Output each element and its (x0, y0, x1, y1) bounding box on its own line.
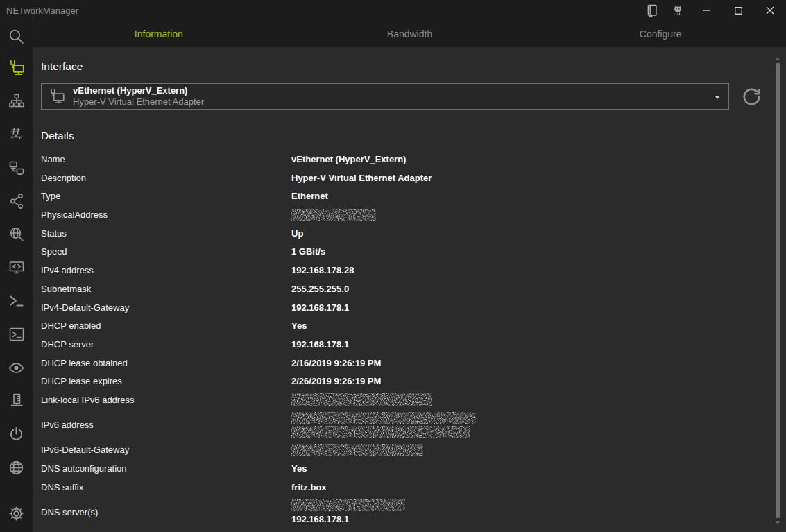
detail-value-text: 2/26/2019 9:26:19 PM (291, 375, 381, 388)
close-icon (766, 6, 774, 15)
selected-interface-name: vEthernet (HyperV_Extern) (73, 85, 204, 96)
sidebar-item-remote-desktop[interactable] (0, 251, 33, 284)
wake-on-lan-icon (8, 426, 25, 443)
sidebar-item-traceroute[interactable] (0, 185, 33, 218)
detail-value-text: 192.168.178.1 (291, 338, 349, 351)
detail-row: Name vEthernet (HyperV_Extern) (41, 153, 786, 166)
detail-row: IPv6-Default-Gateway (41, 443, 786, 456)
detail-value: 2/26/2019 9:26:19 PM (291, 375, 381, 388)
sidebar-item-dns-lookup[interactable] (0, 218, 33, 251)
detail-label: Link-local IPv6 address (41, 395, 291, 405)
detail-row: DHCP server 192.168.178.1 (41, 338, 786, 351)
snmp-icon (8, 393, 25, 409)
sidebar-nav (0, 51, 33, 495)
detail-label: Description (41, 173, 291, 183)
detail-value (291, 412, 476, 438)
redacted-value (291, 209, 376, 221)
detail-value: fritz.box (291, 481, 327, 494)
github-icon (671, 3, 685, 17)
minimize-icon (703, 10, 710, 11)
detail-row: IPv6 address (41, 412, 786, 438)
scroll-up-icon[interactable] (775, 57, 780, 60)
detail-label: Name (41, 154, 291, 164)
detail-row: Subnetmask 255.255.255.0 (41, 282, 786, 295)
detail-label: DHCP enabled (41, 320, 291, 331)
detail-label: IPv6 address (41, 420, 291, 430)
detail-label: Speed (41, 246, 291, 257)
detail-value-text: 1 GBit/s (291, 245, 325, 258)
detail-value (291, 209, 376, 221)
detail-value-text: Up (291, 227, 303, 240)
refresh-icon (742, 87, 761, 106)
interface-selector[interactable]: vEthernet (HyperV_Extern) Hyper-V Virtua… (41, 83, 729, 110)
sidebar-item-powershell[interactable] (0, 284, 33, 318)
app-window: NETworkManager (0, 0, 786, 532)
detail-value-text: vEthernet (HyperV_Extern) (291, 153, 406, 166)
detail-label: IPv6-Default-Gateway (41, 445, 291, 455)
sidebar-item-ping[interactable] (0, 151, 33, 185)
detail-value-text: fritz.box (291, 481, 327, 494)
sidebar-item-network-interface[interactable] (0, 51, 33, 85)
redacted-value (291, 426, 470, 438)
github-button[interactable] (665, 0, 690, 21)
sidebar-item-ip-scanner[interactable] (0, 85, 33, 118)
detail-value-text: Yes (291, 319, 307, 332)
detail-value: Up (291, 227, 303, 240)
scroll-down-icon[interactable] (775, 521, 780, 524)
sidebar-item-wake-on-lan[interactable] (0, 418, 33, 451)
maximize-button[interactable] (722, 0, 754, 21)
detail-label: DHCP lease obtained (41, 358, 291, 368)
redacted-value (291, 412, 476, 424)
detail-label: DNS server(s) (41, 507, 291, 517)
dns-lookup-icon (8, 226, 25, 243)
titlebar[interactable]: NETworkManager (0, 0, 786, 21)
detail-row: DHCP lease obtained 2/16/2019 9:26:19 PM (41, 357, 786, 370)
tab-information[interactable]: Information (33, 21, 284, 47)
sidebar-item-whois[interactable] (0, 451, 33, 484)
interface-heading: Interface (41, 60, 786, 74)
detail-label: Status (41, 228, 291, 239)
refresh-button[interactable] (741, 86, 762, 107)
search-button[interactable] (0, 21, 33, 51)
detail-row: DHCP enabled Yes (41, 319, 786, 332)
detail-label: DNS suffix (41, 482, 291, 492)
close-button[interactable] (754, 0, 786, 21)
sidebar-item-partial[interactable] (0, 484, 33, 495)
detail-value-text: 192.168.178.28 (291, 264, 354, 277)
vertical-scrollbar[interactable] (775, 50, 780, 527)
detail-label: PhysicalAddress (41, 209, 291, 220)
detail-value-text: Yes (291, 462, 307, 475)
detail-row: PhysicalAddress (41, 208, 786, 221)
detail-label: Type (41, 191, 291, 201)
detail-label: IPv4 address (41, 265, 291, 275)
tabbar: Information Bandwidth Configure (33, 21, 786, 47)
powershell-icon (8, 293, 25, 309)
detail-value-text: 255.255.255.0 (291, 282, 349, 295)
redacted-value (291, 393, 432, 406)
scrollbar-thumb[interactable] (776, 63, 780, 518)
sidebar-item-port-scanner[interactable] (0, 118, 33, 151)
sidebar-item-putty[interactable] (0, 318, 33, 351)
detail-row: IPv4 address 192.168.178.28 (41, 264, 786, 277)
detail-row: Type Ethernet (41, 189, 786, 203)
tab-configure[interactable]: Configure (535, 21, 786, 47)
detail-row: Status Up (41, 227, 786, 240)
documentation-button[interactable] (639, 0, 665, 21)
detail-row: Description Hyper-V Virtual Ethernet Ada… (41, 171, 786, 185)
detail-value: 192.168.178.28 (291, 264, 354, 277)
ip-scanner-icon (8, 93, 25, 110)
detail-value: Hyper-V Virtual Ethernet Adapter (291, 171, 432, 185)
traceroute-icon (8, 193, 25, 209)
detail-value: vEthernet (HyperV_Extern) (291, 153, 406, 166)
tab-bandwidth[interactable]: Bandwidth (284, 21, 536, 47)
detail-value-text: 2/16/2019 9:26:19 PM (291, 357, 381, 370)
sidebar-item-snmp[interactable] (0, 384, 33, 418)
maximize-icon (735, 7, 742, 15)
sidebar-item-discovery[interactable] (0, 351, 33, 384)
detail-row: DHCP lease expires 2/26/2019 9:26:19 PM (41, 375, 786, 388)
content-area: Interface vEthernet (HyperV_Extern) Hype… (33, 47, 786, 532)
settings-button[interactable] (0, 495, 33, 532)
detail-value: 192.168.178.1 (291, 338, 349, 351)
detail-value-text: 192.168.178.1 (291, 513, 405, 526)
minimize-button[interactable] (690, 0, 722, 21)
